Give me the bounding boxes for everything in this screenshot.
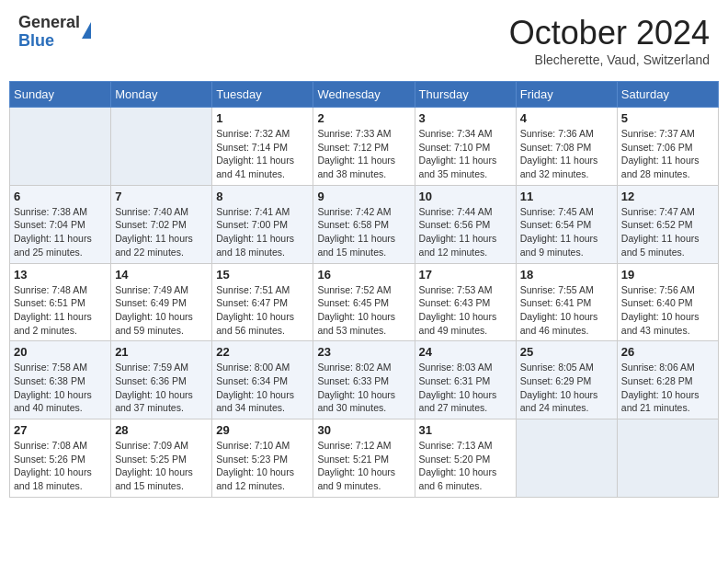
day-info: Sunrise: 7:32 AMSunset: 7:14 PMDaylight:… <box>216 127 309 181</box>
day-number: 12 <box>621 190 714 203</box>
day-number: 5 <box>621 111 714 125</box>
day-info: Sunrise: 7:55 AMSunset: 6:41 PMDaylight:… <box>520 283 613 338</box>
day-number: 26 <box>621 345 714 359</box>
day-info: Sunrise: 7:56 AMSunset: 6:40 PMDaylight:… <box>621 283 714 338</box>
calendar-cell: 19Sunrise: 7:56 AMSunset: 6:40 PMDayligh… <box>617 263 718 341</box>
day-info: Sunrise: 7:40 AMSunset: 7:02 PMDaylight:… <box>115 205 208 259</box>
calendar-cell: 14Sunrise: 7:49 AMSunset: 6:49 PMDayligh… <box>111 263 212 341</box>
calendar-cell: 17Sunrise: 7:53 AMSunset: 6:43 PMDayligh… <box>415 263 516 341</box>
calendar-cell: 22Sunrise: 8:00 AMSunset: 6:34 PMDayligh… <box>212 341 313 419</box>
calendar-table: SundayMondayTuesdayWednesdayThursdayFrid… <box>9 81 719 498</box>
calendar-week-row: 6Sunrise: 7:38 AMSunset: 7:04 PMDaylight… <box>10 185 719 263</box>
logo-text: General Blue <box>18 14 80 51</box>
calendar-cell: 20Sunrise: 7:58 AMSunset: 6:38 PMDayligh… <box>10 341 111 419</box>
day-number: 29 <box>216 423 309 437</box>
calendar-week-row: 1Sunrise: 7:32 AMSunset: 7:14 PMDaylight… <box>10 108 719 186</box>
day-number: 1 <box>216 111 309 125</box>
calendar-cell <box>10 108 111 186</box>
day-number: 9 <box>317 190 410 203</box>
day-number: 31 <box>419 423 512 437</box>
calendar-header-tuesday: Tuesday <box>212 82 313 108</box>
day-info: Sunrise: 7:45 AMSunset: 6:54 PMDaylight:… <box>520 205 613 259</box>
day-info: Sunrise: 7:42 AMSunset: 6:58 PMDaylight:… <box>317 205 410 259</box>
day-number: 21 <box>115 345 208 359</box>
calendar-cell: 23Sunrise: 8:02 AMSunset: 6:33 PMDayligh… <box>313 341 415 419</box>
calendar-cell: 29Sunrise: 7:10 AMSunset: 5:23 PMDayligh… <box>212 419 313 498</box>
logo: General Blue <box>18 14 91 51</box>
calendar-cell <box>111 108 212 186</box>
logo-triangle-icon <box>82 22 91 39</box>
calendar-cell: 8Sunrise: 7:41 AMSunset: 7:00 PMDaylight… <box>212 185 313 263</box>
day-number: 2 <box>317 111 410 125</box>
logo-blue: Blue <box>18 32 80 51</box>
day-number: 30 <box>317 423 410 437</box>
calendar-week-row: 20Sunrise: 7:58 AMSunset: 6:38 PMDayligh… <box>10 341 719 419</box>
logo-general: General <box>18 14 80 32</box>
calendar-header-saturday: Saturday <box>617 82 718 108</box>
calendar-cell: 3Sunrise: 7:34 AMSunset: 7:10 PMDaylight… <box>415 108 516 186</box>
day-number: 11 <box>520 190 613 203</box>
day-number: 23 <box>317 345 410 359</box>
calendar-cell: 2Sunrise: 7:33 AMSunset: 7:12 PMDaylight… <box>313 108 415 186</box>
calendar-header-thursday: Thursday <box>415 82 516 108</box>
calendar-cell: 9Sunrise: 7:42 AMSunset: 6:58 PMDaylight… <box>313 185 415 263</box>
calendar-cell: 24Sunrise: 8:03 AMSunset: 6:31 PMDayligh… <box>415 341 516 419</box>
day-info: Sunrise: 7:53 AMSunset: 6:43 PMDaylight:… <box>419 283 512 338</box>
day-info: Sunrise: 7:58 AMSunset: 6:38 PMDaylight:… <box>14 361 107 415</box>
day-number: 15 <box>216 268 309 282</box>
day-number: 24 <box>419 345 512 359</box>
calendar-cell <box>516 419 617 498</box>
day-info: Sunrise: 7:33 AMSunset: 7:12 PMDaylight:… <box>317 127 410 181</box>
calendar-cell: 25Sunrise: 8:05 AMSunset: 6:29 PMDayligh… <box>516 341 617 419</box>
calendar-cell: 13Sunrise: 7:48 AMSunset: 6:51 PMDayligh… <box>10 263 111 341</box>
day-number: 27 <box>14 423 107 437</box>
day-number: 20 <box>14 345 107 359</box>
day-info: Sunrise: 7:52 AMSunset: 6:45 PMDaylight:… <box>317 283 410 338</box>
calendar-header-row: SundayMondayTuesdayWednesdayThursdayFrid… <box>10 82 719 108</box>
day-info: Sunrise: 7:34 AMSunset: 7:10 PMDaylight:… <box>419 127 512 181</box>
day-number: 18 <box>520 268 613 282</box>
calendar-cell: 31Sunrise: 7:13 AMSunset: 5:20 PMDayligh… <box>415 419 516 498</box>
day-info: Sunrise: 7:44 AMSunset: 6:56 PMDaylight:… <box>419 205 512 259</box>
day-info: Sunrise: 7:10 AMSunset: 5:23 PMDaylight:… <box>216 439 309 493</box>
day-number: 16 <box>317 268 410 282</box>
day-info: Sunrise: 7:51 AMSunset: 6:47 PMDaylight:… <box>216 283 309 338</box>
month-title: October 2024 <box>509 14 710 52</box>
calendar-week-row: 27Sunrise: 7:08 AMSunset: 5:26 PMDayligh… <box>10 419 719 498</box>
day-info: Sunrise: 7:48 AMSunset: 6:51 PMDaylight:… <box>14 283 107 338</box>
day-info: Sunrise: 7:49 AMSunset: 6:49 PMDaylight:… <box>115 283 208 338</box>
calendar-cell: 18Sunrise: 7:55 AMSunset: 6:41 PMDayligh… <box>516 263 617 341</box>
calendar-cell: 7Sunrise: 7:40 AMSunset: 7:02 PMDaylight… <box>111 185 212 263</box>
day-info: Sunrise: 7:12 AMSunset: 5:21 PMDaylight:… <box>317 439 410 493</box>
calendar-cell: 10Sunrise: 7:44 AMSunset: 6:56 PMDayligh… <box>415 185 516 263</box>
day-number: 7 <box>115 190 208 203</box>
day-info: Sunrise: 8:05 AMSunset: 6:29 PMDaylight:… <box>520 361 613 415</box>
header: General Blue October 2024 Blecherette, V… <box>9 9 719 72</box>
day-info: Sunrise: 7:09 AMSunset: 5:25 PMDaylight:… <box>115 439 208 493</box>
calendar-cell: 16Sunrise: 7:52 AMSunset: 6:45 PMDayligh… <box>313 263 415 341</box>
day-info: Sunrise: 7:38 AMSunset: 7:04 PMDaylight:… <box>14 205 107 259</box>
calendar-cell: 27Sunrise: 7:08 AMSunset: 5:26 PMDayligh… <box>10 419 111 498</box>
day-number: 10 <box>419 190 512 203</box>
day-number: 13 <box>14 268 107 282</box>
calendar-header-monday: Monday <box>111 82 212 108</box>
calendar-cell: 21Sunrise: 7:59 AMSunset: 6:36 PMDayligh… <box>111 341 212 419</box>
day-number: 17 <box>419 268 512 282</box>
day-info: Sunrise: 8:03 AMSunset: 6:31 PMDaylight:… <box>419 361 512 415</box>
day-number: 4 <box>520 111 613 125</box>
day-info: Sunrise: 7:08 AMSunset: 5:26 PMDaylight:… <box>14 439 107 493</box>
calendar-cell: 11Sunrise: 7:45 AMSunset: 6:54 PMDayligh… <box>516 185 617 263</box>
day-info: Sunrise: 7:36 AMSunset: 7:08 PMDaylight:… <box>520 127 613 181</box>
day-number: 19 <box>621 268 714 282</box>
calendar-cell: 12Sunrise: 7:47 AMSunset: 6:52 PMDayligh… <box>617 185 718 263</box>
calendar-week-row: 13Sunrise: 7:48 AMSunset: 6:51 PMDayligh… <box>10 263 719 341</box>
day-info: Sunrise: 8:06 AMSunset: 6:28 PMDaylight:… <box>621 361 714 415</box>
calendar-cell: 15Sunrise: 7:51 AMSunset: 6:47 PMDayligh… <box>212 263 313 341</box>
day-number: 14 <box>115 268 208 282</box>
day-number: 3 <box>419 111 512 125</box>
calendar-cell: 28Sunrise: 7:09 AMSunset: 5:25 PMDayligh… <box>111 419 212 498</box>
calendar-cell: 30Sunrise: 7:12 AMSunset: 5:21 PMDayligh… <box>313 419 415 498</box>
calendar-cell: 4Sunrise: 7:36 AMSunset: 7:08 PMDaylight… <box>516 108 617 186</box>
day-number: 28 <box>115 423 208 437</box>
day-number: 6 <box>14 190 107 203</box>
